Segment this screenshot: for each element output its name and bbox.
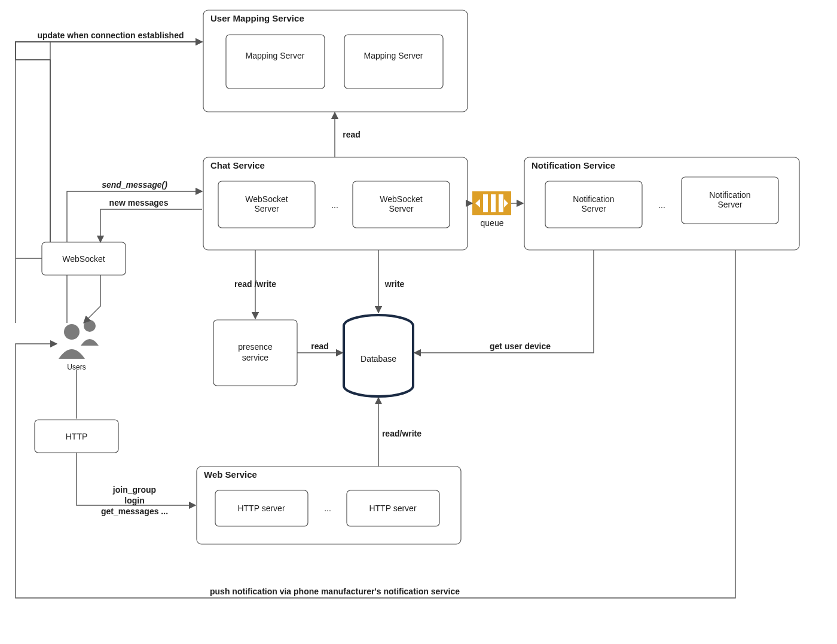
- svg-text:Database: Database: [361, 354, 396, 364]
- queue-label: queue: [481, 218, 504, 228]
- svg-text:Mapping Server: Mapping Server: [364, 51, 423, 60]
- svg-rect-14: [499, 194, 503, 212]
- svg-text:...: ...: [324, 503, 331, 513]
- svg-text:WebSocket: WebSocket: [62, 254, 105, 264]
- svg-point-19: [64, 324, 80, 340]
- svg-rect-13: [491, 194, 496, 212]
- svg-text:send_message(): send_message(): [102, 180, 167, 190]
- queue-icon: queue: [472, 191, 511, 228]
- edge-push-notification: [16, 250, 735, 598]
- svg-text:push notification via phone ma: push notification via phone manufacturer…: [210, 587, 460, 596]
- svg-text:read /write: read /write: [234, 279, 276, 289]
- svg-text:Mapping Server: Mapping Server: [246, 51, 305, 60]
- svg-text:new messages: new messages: [109, 198, 169, 207]
- svg-text:...: ...: [331, 200, 338, 210]
- database-icon: Database: [344, 315, 413, 396]
- chat-service: Chat Service WebSocketServer ... WebSock…: [203, 157, 468, 250]
- notification-service: Notification Service NotificationServer …: [524, 157, 799, 250]
- svg-text:join_group: join_group: [112, 485, 156, 495]
- svg-text:get_messages ...: get_messages ...: [101, 506, 168, 516]
- svg-text:update when connection establi: update when connection established: [37, 30, 184, 40]
- svg-text:read: read: [343, 130, 361, 139]
- svg-point-18: [84, 320, 96, 332]
- web-service: Web Service HTTP server ... HTTP server: [197, 466, 461, 544]
- mapping-server-2: [344, 35, 443, 88]
- svg-rect-12: [483, 194, 488, 212]
- notif-title: Notification Service: [531, 160, 615, 170]
- svg-text:get user device: get user device: [490, 341, 551, 351]
- edge-ws-to-users: [84, 275, 100, 323]
- svg-text:read/write: read/write: [382, 429, 421, 438]
- edge-new-messages: [100, 209, 202, 242]
- edge-get-user-device: [414, 250, 594, 353]
- svg-text:HTTP server: HTTP server: [237, 503, 285, 513]
- chat-title: Chat Service: [210, 160, 265, 170]
- svg-text:read: read: [311, 341, 329, 351]
- user-mapping-title: User Mapping Service: [210, 13, 304, 23]
- web-title: Web Service: [204, 469, 257, 480]
- user-mapping-service: User Mapping Service Mapping Server Mapp…: [203, 10, 468, 112]
- svg-text:HTTP server: HTTP server: [369, 503, 416, 513]
- svg-text:...: ...: [658, 200, 665, 210]
- edge-update-conn: [16, 42, 202, 242]
- svg-text:write: write: [384, 279, 405, 289]
- mapping-server-1: [226, 35, 325, 88]
- svg-text:login: login: [124, 496, 144, 505]
- svg-text:HTTP: HTTP: [66, 432, 88, 441]
- users-icon: [59, 320, 99, 359]
